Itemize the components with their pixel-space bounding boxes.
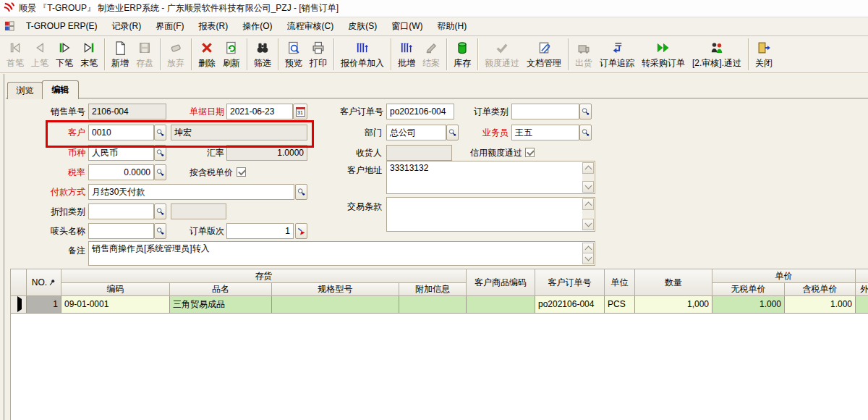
grid-header-price-no-tax[interactable]: 无税单价 <box>712 283 785 296</box>
discount-type-lookup-button[interactable] <box>154 203 166 219</box>
toolbar-button-next-record[interactable]: 下笔 <box>52 38 77 71</box>
mark-name-field[interactable] <box>88 223 154 239</box>
toolbar-button-batch-add[interactable]: 批增 <box>394 38 419 71</box>
menu-item-skin[interactable]: 皮肤(S) <box>341 19 383 34</box>
toolbar-button-preview[interactable]: 预览 <box>281 38 306 71</box>
toolbar-button-add-from-quote[interactable]: 报价单加入 <box>337 38 388 71</box>
remark-field[interactable]: 销售商操作员[系统管理员]转入 <box>88 241 595 266</box>
cell-price-no-tax[interactable]: 1.000 <box>712 296 785 314</box>
toolbar-button-delete[interactable]: 删除 <box>195 38 219 71</box>
toolbar-button-audit-pass[interactable]: [2.审核].通过 <box>689 38 745 71</box>
currency-lookup-button[interactable] <box>154 145 166 161</box>
cell-partial[interactable] <box>856 296 868 314</box>
doc-date-field[interactable]: 2021-06-23 <box>226 104 293 119</box>
grid-header-name[interactable]: 品名 <box>170 283 272 296</box>
grid-group-unit-price: 单价 <box>712 269 856 283</box>
scroll-up-button[interactable] <box>582 162 594 174</box>
tab-edit[interactable]: 编辑 <box>42 80 79 99</box>
inventory-cylinder-icon <box>455 41 469 57</box>
tax-rate-lookup-button[interactable] <box>154 164 166 180</box>
toolbar-button-inventory[interactable]: 库存 <box>450 38 475 71</box>
toolbar-button-refresh[interactable]: 刷新 <box>219 38 244 71</box>
currency-label: 币种 <box>29 145 85 161</box>
double-arrow-icon <box>656 41 671 57</box>
cell-unit[interactable]: PCS <box>605 296 635 314</box>
tax-included-checkbox[interactable] <box>237 167 246 177</box>
grid-header-price-with-tax[interactable]: 含税单价 <box>785 283 856 296</box>
toolbar-button-prev-record: 上笔 <box>27 38 52 71</box>
grid-header-extra[interactable]: 附加信息 <box>399 283 467 296</box>
salesman-lookup-button[interactable] <box>579 125 592 140</box>
grid-header-no[interactable]: NO. <box>27 269 61 296</box>
order-version-button[interactable] <box>295 223 307 239</box>
toolbar-button-print[interactable]: 打印 <box>306 38 331 71</box>
menu-item-report[interactable]: 报表(R) <box>192 19 234 34</box>
pin-icon <box>48 279 56 286</box>
grid-header-cust-item-code[interactable]: 客户商品编码 <box>467 269 535 296</box>
grid-header-unit[interactable]: 单位 <box>605 269 635 296</box>
salesman-field[interactable]: 王五 <box>511 125 579 140</box>
menu-item-interface[interactable]: 界面(F) <box>149 19 190 34</box>
toolbar-button-filter[interactable]: 筛选 <box>250 38 275 71</box>
toolbar-button-new[interactable]: 新增 <box>108 38 132 71</box>
currency-field[interactable]: 人民币 <box>88 145 154 161</box>
grid-group-inventory: 存货 <box>61 269 467 283</box>
payment-method-lookup-button[interactable] <box>295 184 307 200</box>
consignee-label: 收货人 <box>331 145 382 161</box>
toolbar-button-close-case: 结案 <box>419 38 443 71</box>
magnifier-icon <box>156 207 165 217</box>
menu-item-window[interactable]: 窗口(W) <box>385 19 429 34</box>
trade-terms-field[interactable] <box>386 197 595 232</box>
toolbar-button-close[interactable]: 关闭 <box>752 38 776 71</box>
payment-method-field[interactable]: 月结30天付款 <box>88 184 294 200</box>
customer-address-field[interactable]: 33313132 <box>386 161 595 194</box>
cell-price-with-tax[interactable]: 1.000 <box>785 296 856 314</box>
toolbar-button-order-track[interactable]: 订单追踪 <box>596 38 638 71</box>
scroll-up-button[interactable] <box>582 198 594 210</box>
menu-item-tgroup-erp[interactable]: T-GROUP ERP(E) <box>20 19 103 34</box>
cell-code[interactable]: 09-01-0001 <box>61 296 170 314</box>
scroll-down-button[interactable] <box>582 253 594 264</box>
toolbar-button-to-purchase-order[interactable]: 转采购订单 <box>638 38 689 71</box>
doc-date-calendar-button[interactable]: 31 <box>293 104 307 119</box>
grid-header-qty[interactable]: 数量 <box>635 269 712 296</box>
cell-qty[interactable]: 1,000 <box>635 296 712 314</box>
cell-extra[interactable] <box>399 296 467 314</box>
scroll-down-button[interactable] <box>582 181 594 193</box>
cell-no[interactable]: 1 <box>27 296 61 314</box>
order-type-field[interactable] <box>511 104 579 119</box>
panel-top-border <box>6 98 868 98</box>
trade-terms-label: 交易条款 <box>331 198 382 214</box>
exchange-rate-field: 1.0000 <box>226 145 307 161</box>
cell-cust-item-code[interactable] <box>467 296 535 314</box>
menu-item-help[interactable]: 帮助(H) <box>430 19 473 34</box>
row-indicator-cell[interactable] <box>11 296 27 314</box>
discount-type-field[interactable] <box>88 203 154 219</box>
menu-item-record[interactable]: 记录(R) <box>105 19 148 34</box>
menu-item-operate[interactable]: 操作(O) <box>236 19 278 34</box>
toolbar-separator <box>278 38 278 70</box>
cell-spec[interactable] <box>272 296 399 314</box>
tab-browse-label: 浏览 <box>17 85 34 97</box>
customer-code-field[interactable]: 0010 <box>88 125 154 140</box>
toolbar-button-last-record[interactable]: 末笔 <box>77 38 101 71</box>
order-type-lookup-button[interactable] <box>579 104 592 119</box>
grid-header-code[interactable]: 编码 <box>61 283 170 296</box>
customer-po-field[interactable]: po202106-004 <box>386 104 454 119</box>
magnifier-icon <box>156 227 165 236</box>
mark-name-lookup-button[interactable] <box>154 223 166 239</box>
grid-header-spec[interactable]: 规格型号 <box>272 283 399 296</box>
toolbar-button-doc-manage[interactable]: 文档管理 <box>523 38 565 71</box>
toolbar-separator <box>247 38 247 70</box>
tab-browse[interactable]: 浏览 <box>7 82 43 99</box>
menu-item-workflow[interactable]: 流程审核(C) <box>280 19 340 34</box>
order-version-field[interactable]: 1 <box>226 223 294 239</box>
cell-name[interactable]: 三角贸易成品 <box>170 296 272 314</box>
tax-rate-field[interactable]: 0.0000 <box>88 164 154 180</box>
credit-passed-checkbox[interactable] <box>525 148 535 157</box>
department-field[interactable]: 总公司 <box>386 125 446 140</box>
customer-lookup-button[interactable] <box>154 125 166 140</box>
grid-header-cust-po[interactable]: 客户订单号 <box>535 269 605 296</box>
scroll-down-button[interactable] <box>582 219 594 230</box>
cell-cust-po[interactable]: po202106-004 <box>535 296 605 314</box>
